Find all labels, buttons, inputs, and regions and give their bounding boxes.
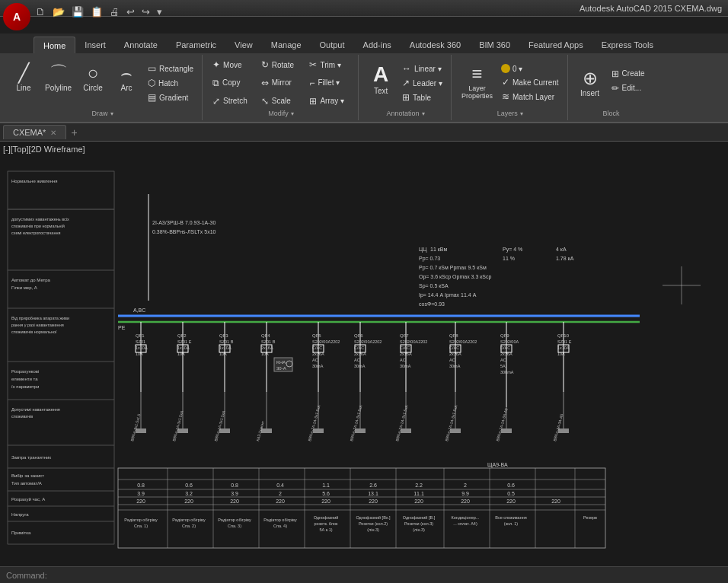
- svg-text:ВВГнг-7А-1А-3х1.5хА: ВВГнг-7А-1А-3х1.5хА: [444, 404, 458, 442]
- svg-text:220: 220: [136, 499, 145, 504]
- svg-text:220: 220: [276, 499, 285, 504]
- svg-text:Ip=  14.4 А   Ipmax 11.4 А: Ip= 14.4 А Ipmax 11.4 А: [419, 292, 477, 298]
- arc-button[interactable]: ⌢ Arc: [110, 62, 142, 94]
- save-as-btn[interactable]: 📋: [88, 5, 105, 19]
- layer-extras: 0 ▾ ✓Make Current ≋Match Layer: [498, 62, 563, 104]
- svg-text:Однофазний [Вх.]: Однофазний [Вх.]: [356, 515, 391, 520]
- svg-text:елементи та: елементи та: [11, 377, 38, 381]
- scale-icon: ⤡: [261, 96, 269, 107]
- tab-bim360[interactable]: BIM 360: [470, 37, 519, 53]
- svg-text:Все споживання: Все споживання: [495, 515, 526, 520]
- circle-button[interactable]: ○ Circle: [77, 62, 109, 94]
- text-button[interactable]: A Text: [365, 62, 397, 97]
- layer-name-dropdown[interactable]: 0 ▾: [512, 65, 522, 73]
- qa-dropdown-btn[interactable]: ▾: [155, 5, 164, 19]
- print-btn[interactable]: 🖨: [107, 5, 122, 19]
- svg-text:1x10А: 1x10А: [219, 346, 231, 350]
- svg-rect-1: [8, 171, 114, 209]
- tab-name: CXEMA*: [13, 128, 46, 137]
- svg-text:11.1: 11.1: [413, 491, 424, 496]
- svg-text:Спа. 1): Спа. 1): [134, 524, 148, 528]
- array-button[interactable]: ⊞Array ▾: [305, 94, 353, 108]
- svg-text:AC: AC: [400, 358, 406, 362]
- svg-text:рання у разі навантаження: рання у разі навантаження: [11, 323, 64, 327]
- modify-dropdown-icon[interactable]: ▾: [291, 110, 294, 117]
- svg-text:300mА: 300mА: [500, 370, 514, 374]
- cad-drawing[interactable]: Нормальне живлення допустимих навантажен…: [0, 142, 728, 566]
- polyline-button[interactable]: ⌒ Polyline: [41, 62, 75, 94]
- svg-text:AC: AC: [500, 358, 506, 362]
- svg-text:ВВГнг-1А-3х1.5хА: ВВГнг-1А-3х1.5хА: [213, 409, 226, 441]
- app-button[interactable]: A: [3, 3, 30, 30]
- svg-text:QF1: QF1: [136, 333, 145, 338]
- tab-expresstools[interactable]: Express Tools: [592, 37, 663, 53]
- viewport[interactable]: [-][Top][2D Wireframe] Нормальне живленн…: [0, 142, 728, 566]
- svg-text:30mА: 30mА: [354, 364, 366, 368]
- svg-text:Завтра транзитних: Завтра транзитних: [11, 455, 51, 460]
- edit-block-button[interactable]: ✏Edit...: [608, 81, 649, 95]
- tab-close-icon[interactable]: ✕: [50, 129, 56, 137]
- copy-button[interactable]: ⧉Copy: [209, 76, 257, 90]
- drawing-area[interactable]: CXEMA* ✕ + [-][Top][2D Wireframe] Нормал…: [0, 123, 728, 566]
- svg-text:220: 220: [184, 499, 193, 504]
- undo-btn[interactable]: ↩: [124, 5, 137, 19]
- svg-text:Op=  3.6 кSср   Opmax 3.3 кSср: Op= 3.6 кSср Opmax 3.3 кSср: [419, 274, 492, 280]
- line-button[interactable]: ╱ Line: [8, 62, 40, 94]
- draw-dropdown-icon[interactable]: ▾: [110, 110, 113, 117]
- new-file-btn[interactable]: 🗋: [34, 5, 48, 19]
- svg-text:13.1: 13.1: [368, 491, 378, 496]
- tab-manage[interactable]: Manage: [262, 37, 311, 53]
- svg-text:їх параметри: їх параметри: [11, 384, 39, 389]
- svg-text:0.6: 0.6: [507, 483, 515, 488]
- tab-view[interactable]: View: [225, 37, 262, 53]
- stretch-button[interactable]: ⤢Stretch: [209, 94, 257, 108]
- svg-text:C/AC: C/AC: [449, 346, 459, 350]
- linear-button[interactable]: ↔Linear ▾: [398, 62, 446, 75]
- svg-text:Радіатор обігріву: Радіатор обігріву: [263, 518, 297, 522]
- svg-text:220: 220: [230, 499, 239, 504]
- svg-text:D/AC: D/AC: [500, 346, 510, 350]
- tab-featured[interactable]: Featured Apps: [519, 37, 592, 53]
- gradient-button[interactable]: ▤Gradient: [144, 91, 197, 104]
- save-btn[interactable]: 💾: [69, 5, 86, 19]
- layers-dropdown-icon[interactable]: ▾: [520, 110, 523, 117]
- svg-text:C/AC: C/AC: [400, 346, 410, 350]
- match-layer-button[interactable]: ≋Match Layer: [498, 90, 563, 104]
- drawing-tab-cxema[interactable]: CXEMA* ✕: [3, 125, 66, 139]
- rotate-button[interactable]: ↻Rotate: [257, 58, 305, 72]
- svg-text:A,BC: A,BC: [133, 307, 145, 313]
- add-tab-button[interactable]: +: [66, 125, 81, 140]
- fillet-button[interactable]: ⌐Fillet ▾: [305, 76, 353, 90]
- scale-button[interactable]: ⤡Scale: [257, 94, 305, 108]
- move-button[interactable]: ✦Move: [209, 58, 257, 72]
- tab-autodesk360[interactable]: Autodesk 360: [401, 37, 470, 53]
- layer-properties-button[interactable]: ≡ LayerProperties: [458, 62, 497, 102]
- tab-home[interactable]: Home: [34, 37, 75, 53]
- create-block-button[interactable]: ⊞Create: [608, 67, 649, 81]
- tab-output[interactable]: Output: [311, 37, 354, 53]
- svg-text:1.1: 1.1: [322, 483, 330, 488]
- svg-text:220: 220: [369, 499, 378, 504]
- svg-text:3.9: 3.9: [137, 491, 145, 496]
- svg-text:QF7: QF7: [400, 333, 409, 338]
- tab-addins[interactable]: Add-ins: [354, 37, 401, 53]
- open-file-btn[interactable]: 📂: [50, 5, 67, 19]
- insert-button[interactable]: ⊕ Insert: [574, 67, 606, 100]
- annotation-dropdown-icon[interactable]: ▾: [422, 110, 425, 117]
- svg-text:2x16А: 2x16А: [261, 346, 273, 350]
- mirror-button[interactable]: ⇔Mirror: [257, 76, 305, 90]
- tab-parametric[interactable]: Parametric: [167, 37, 225, 53]
- redo-btn[interactable]: ↪: [139, 5, 152, 19]
- svg-text:2: 2: [279, 491, 282, 496]
- draw-tools: ╱ Line ⌒ Polyline ○ Circle ⌢ Arc: [8, 56, 197, 110]
- trim-button[interactable]: ✂Trim ▾: [305, 58, 353, 72]
- leader-button[interactable]: ↗Leader ▾: [398, 76, 446, 90]
- make-current-button[interactable]: ✓Make Current: [498, 75, 563, 89]
- tab-annotate[interactable]: Annotate: [115, 37, 167, 53]
- svg-rect-167: [118, 468, 605, 548]
- rect-button[interactable]: ▭Rectangle: [144, 62, 197, 75]
- tab-insert[interactable]: Insert: [75, 37, 115, 53]
- hatch-button[interactable]: ⬡Hatch: [144, 76, 197, 90]
- table-button[interactable]: ⊞Table: [398, 91, 446, 104]
- group-annotation: A Text ↔Linear ▾ ↗Leader ▾ ⊞Table Annota…: [360, 55, 452, 120]
